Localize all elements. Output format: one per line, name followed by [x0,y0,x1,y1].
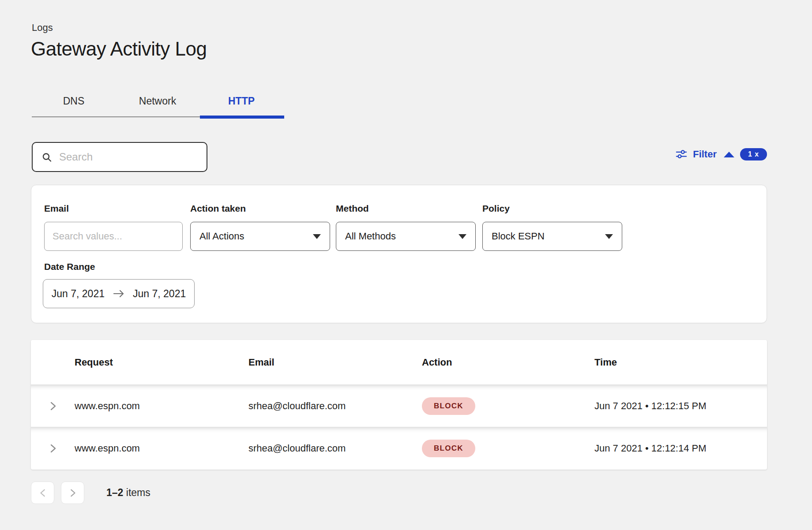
chevron-left-icon [39,488,47,498]
items-range: 1–2 [106,487,123,498]
cell-time: Jun 7 2021 • 12:12:14 PM [594,443,767,454]
column-header-action: Action [422,357,594,368]
next-page-button[interactable] [61,481,84,504]
tab-network[interactable]: Network [116,87,199,115]
action-filter-label: Action taken [190,203,246,214]
chevron-down-icon [605,234,613,239]
log-type-tabs: DNS Network HTTP [32,87,284,118]
date-range-picker[interactable]: Jun 7, 2021 Jun 7, 2021 [43,279,195,308]
tabs-divider [32,116,200,117]
tab-dns[interactable]: DNS [32,87,116,115]
date-range-end: Jun 7, 2021 [133,288,186,300]
table-row[interactable]: www.espn.com srhea@cloudflare.com BLOCK … [31,384,767,427]
tab-http[interactable]: HTTP [199,87,283,115]
items-count: 1–2 items [106,487,150,499]
search-icon [41,151,52,163]
search-input[interactable] [59,151,198,163]
action-filter-value: All Actions [199,231,244,242]
activity-log-table: Request Email Action Time www.espn.com s… [31,340,767,470]
column-header-email: Email [248,357,422,368]
table-row[interactable]: www.espn.com srhea@cloudflare.com BLOCK … [31,427,767,470]
chevron-down-icon [313,234,321,239]
active-tab-indicator [200,116,284,119]
email-filter-label: Email [44,203,69,214]
column-header-request: Request [75,357,248,368]
chevron-down-icon [459,234,466,239]
date-range-label: Date Range [44,261,95,272]
method-filter-value: All Methods [345,231,396,242]
column-header-time: Time [594,357,767,368]
action-badge: BLOCK [422,397,475,415]
filter-count-badge: 1 x [740,148,767,160]
cell-time: Jun 7 2021 • 12:12:15 PM [594,400,767,412]
filter-panel: Email Action taken Method Policy All Act… [31,185,767,323]
method-filter-label: Method [336,203,369,214]
previous-page-button[interactable] [31,481,54,504]
email-filter-input[interactable] [44,222,183,251]
page-title: Gateway Activity Log [31,38,207,60]
policy-filter-label: Policy [482,203,510,214]
cell-request: www.espn.com [75,443,248,454]
breadcrumb: Logs [32,22,53,34]
items-label: items [123,487,150,498]
chevron-right-icon [69,488,77,498]
cell-email: srhea@cloudflare.com [248,400,422,412]
filter-icon [676,149,687,160]
search-box[interactable] [32,142,207,172]
arrow-right-icon [113,289,125,298]
cell-request: www.espn.com [75,400,248,412]
caret-up-icon [724,152,734,157]
date-range-start: Jun 7, 2021 [52,288,105,300]
pagination: 1–2 items [31,481,150,504]
action-badge: BLOCK [422,440,475,457]
cell-email: srhea@cloudflare.com [248,443,422,454]
action-filter-select[interactable]: All Actions [190,222,330,251]
chevron-right-icon[interactable] [49,443,57,454]
table-header-row: Request Email Action Time [31,340,767,384]
policy-filter-value: Block ESPN [492,231,545,242]
filter-label: Filter [693,149,717,160]
policy-filter-select[interactable]: Block ESPN [482,222,622,251]
chevron-right-icon[interactable] [49,401,57,411]
method-filter-select[interactable]: All Methods [336,222,476,251]
filter-toggle[interactable]: Filter 1 x [676,148,767,160]
